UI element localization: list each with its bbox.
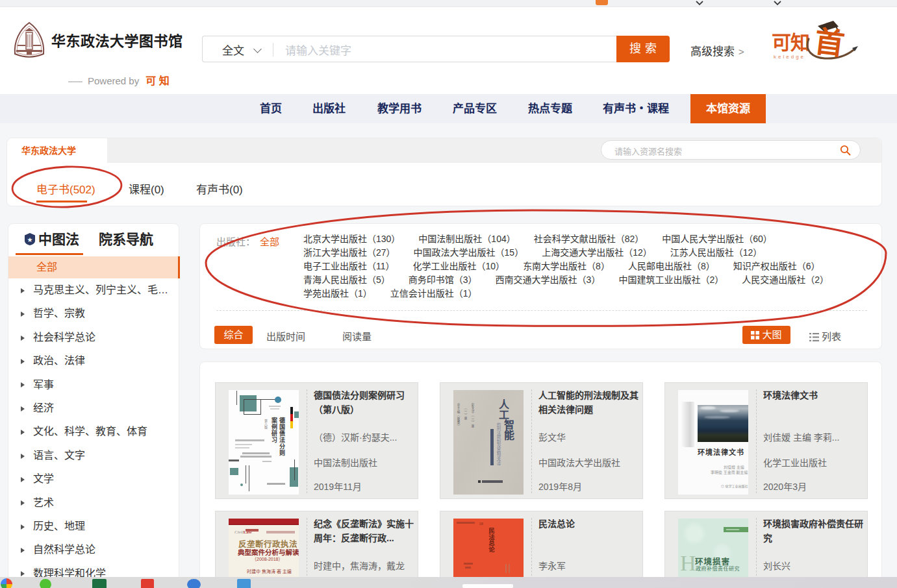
svg-text:首: 首 [813, 25, 846, 62]
svg-text:keledge: keledge [774, 54, 805, 60]
svg-text:可知: 可知 [772, 32, 809, 53]
svg-text:★: ★ [27, 236, 33, 243]
